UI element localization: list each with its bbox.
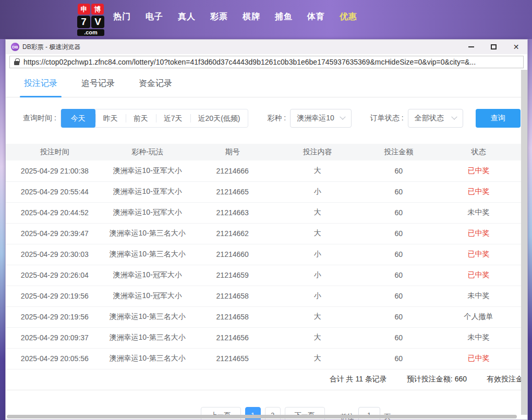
time-option-last-7-days[interactable]: 近7天 xyxy=(156,109,190,127)
table-row[interactable]: 2025-04-29 20:09:37澳洲幸运10-第三名大小21214656大… xyxy=(6,327,521,348)
table-row[interactable]: 2025-04-29 20:05:56澳洲幸运10-第三名大小21214655大… xyxy=(6,348,521,369)
vertical-scrollbar[interactable] xyxy=(521,70,527,415)
cell-amount: 60 xyxy=(361,244,436,265)
tab-bet-records[interactable]: 投注记录 xyxy=(24,78,57,97)
chevron-down-icon xyxy=(340,114,345,120)
page-content: 投注记录 追号记录 资金记录 查询时间 : 今天 昨天 前天 近7天 近20天(… xyxy=(6,70,527,419)
table-row[interactable]: 2025-04-29 20:44:52澳洲幸运10-冠军大小21214663大6… xyxy=(6,202,521,223)
total-records-text: 合计 共 11 条记录 xyxy=(330,375,387,384)
cell-game: 澳洲幸运10-第三名大小 xyxy=(104,348,191,369)
logo-domain: .com xyxy=(77,29,104,36)
tab-chase-records[interactable]: 追号记录 xyxy=(81,78,115,97)
chevron-down-icon xyxy=(451,114,457,120)
cell-amount: 60 xyxy=(361,327,436,348)
col-content: 投注内容 xyxy=(274,144,361,160)
nav-item-live[interactable]: 真人 xyxy=(178,11,196,22)
cell-time: 2025-04-29 20:05:56 xyxy=(6,348,104,369)
nav-item-promo[interactable]: 优惠 xyxy=(340,11,357,22)
cell-issue: 21214666 xyxy=(191,160,274,181)
table-row[interactable]: 2025-04-29 20:26:04澳洲幸运10-冠军大小21214659小6… xyxy=(6,265,521,286)
site-header: 申 博 7 V .com 热门 电子 真人 彩票 棋牌 捕鱼 体育 优惠 xyxy=(0,0,532,39)
time-option-last-20-days[interactable]: 近20天(低频) xyxy=(190,109,248,127)
browser-window: DB DB彩票 - 极速浏览器 https://ctop02pchwp1.zfn… xyxy=(5,39,528,420)
cell-game: 澳洲幸运10-亚军大小 xyxy=(104,160,191,181)
time-filter-label: 查询时间 : xyxy=(23,114,56,123)
cell-issue: 21214658 xyxy=(191,286,274,306)
cell-amount: 60 xyxy=(361,286,436,306)
nav-item-lottery[interactable]: 彩票 xyxy=(210,11,228,22)
status-badge: 已中奖 xyxy=(436,223,521,244)
valid-amount-text: 有效投注金额 xyxy=(487,375,521,384)
cell-time: 2025-04-29 20:55:44 xyxy=(6,181,104,202)
record-tabs: 投注记录 追号记录 资金记录 xyxy=(6,70,521,97)
filter-bar: 查询时间 : 今天 昨天 前天 近7天 近20天(低频) 彩种 : 澳洲幸运10… xyxy=(6,97,521,138)
cell-issue: 21214658 xyxy=(191,306,274,327)
cell-content: 大 xyxy=(274,160,361,181)
cell-issue: 21214662 xyxy=(191,223,274,244)
table-header-row: 投注时间 彩种-玩法 期号 投注内容 投注金额 状态 xyxy=(6,144,521,160)
cell-amount: 60 xyxy=(361,223,436,244)
cell-content: 小 xyxy=(274,181,361,202)
window-titlebar[interactable]: DB DB彩票 - 极速浏览器 xyxy=(6,40,527,54)
time-option-yesterday[interactable]: 昨天 xyxy=(95,109,126,127)
table-row[interactable]: 2025-04-29 20:55:44澳洲幸运10-亚军大小21214665小6… xyxy=(6,181,521,202)
cell-game: 澳洲幸运10-第三名大小 xyxy=(104,244,191,265)
order-status-select[interactable]: 全部状态 xyxy=(408,109,463,128)
status-badge: 已中奖 xyxy=(436,181,521,202)
nav-item-sports[interactable]: 体育 xyxy=(307,11,325,22)
lottery-select[interactable]: 澳洲幸运10 xyxy=(290,109,352,128)
table-row[interactable]: 2025-04-29 21:00:38澳洲幸运10-亚军大小21214666大6… xyxy=(6,160,521,181)
cell-issue: 21214663 xyxy=(191,202,274,223)
cell-issue: 21214656 xyxy=(191,327,274,348)
close-icon[interactable] xyxy=(505,40,527,54)
lottery-filter-label: 彩种 : xyxy=(267,114,286,123)
table-row[interactable]: 2025-04-29 20:19:56澳洲幸运10-冠军大小21214658小6… xyxy=(6,286,521,306)
nav-item-slots[interactable]: 电子 xyxy=(146,11,163,22)
bet-records-table: 投注时间 彩种-玩法 期号 投注内容 投注金额 状态 2025-04-29 21… xyxy=(6,144,521,369)
time-option-today[interactable]: 今天 xyxy=(61,109,95,128)
maximize-icon[interactable] xyxy=(482,40,505,54)
cell-time: 2025-04-29 20:26:04 xyxy=(6,265,104,286)
status-badge: 已中奖 xyxy=(436,265,521,286)
logo-tile: 7 xyxy=(77,16,90,28)
table-row[interactable]: 2025-04-29 20:30:03澳洲幸运10-第三名大小21214660小… xyxy=(6,244,521,265)
status-badge: 未中奖 xyxy=(436,327,521,348)
time-option-day-before[interactable]: 前天 xyxy=(126,109,156,127)
table-row[interactable]: 2025-04-29 20:39:47澳洲幸运10-第三名大小21214662大… xyxy=(6,223,521,244)
cell-content: 大 xyxy=(274,348,361,369)
search-button[interactable]: 查询 xyxy=(476,109,521,128)
minimize-icon[interactable] xyxy=(460,40,482,54)
order-status-value: 全部状态 xyxy=(415,114,444,123)
nav-item-cards[interactable]: 棋牌 xyxy=(243,11,260,22)
cell-amount: 60 xyxy=(361,306,436,327)
window-controls xyxy=(460,40,527,54)
table-row[interactable]: 2025-04-29 20:19:56澳洲幸运10-第三名大小21214658大… xyxy=(6,306,521,327)
nav-item-hot[interactable]: 热门 xyxy=(113,11,131,22)
status-badge: 未中奖 xyxy=(436,286,521,306)
horizontal-scrollbar[interactable] xyxy=(7,415,517,418)
cell-game: 澳洲幸运10-亚军大小 xyxy=(104,181,191,202)
status-badge: 个人撤单 xyxy=(436,306,521,327)
address-input[interactable]: https://ctop02pchwp1.zfnc84.com/lottery/… xyxy=(9,56,524,68)
site-logo[interactable]: 申 博 7 V .com xyxy=(76,4,105,36)
url-text: https://ctop02pchwp1.zfnc84.com/lottery/… xyxy=(23,58,476,66)
cell-issue: 21214665 xyxy=(191,181,274,202)
nav-item-fishing[interactable]: 捕鱼 xyxy=(275,11,293,22)
cell-amount: 60 xyxy=(361,348,436,369)
cell-content: 大 xyxy=(274,202,361,223)
cell-game: 澳洲幸运10-第三名大小 xyxy=(104,223,191,244)
url-bar: https://ctop02pchwp1.zfnc84.com/lottery/… xyxy=(6,54,527,70)
status-badge: 已中奖 xyxy=(436,160,521,181)
status-badge: 未中奖 xyxy=(436,202,521,223)
cell-amount: 60 xyxy=(361,181,436,202)
logo-tile: V xyxy=(91,16,104,28)
time-filter-group: 今天 昨天 前天 近7天 近20天(低频) xyxy=(61,109,249,128)
cell-game: 澳洲幸运10-冠军大小 xyxy=(104,265,191,286)
logo-tile: 申 xyxy=(78,4,90,15)
summary-bar: 合计 共 11 条记录 预计投注金额: 660 有效投注金额 xyxy=(6,369,521,390)
tab-fund-records[interactable]: 资金记录 xyxy=(139,78,172,97)
cell-amount: 60 xyxy=(361,265,436,286)
main-nav: 热门 电子 真人 彩票 棋牌 捕鱼 体育 优惠 xyxy=(113,11,357,22)
cell-game: 澳洲幸运10-冠军大小 xyxy=(104,286,191,306)
logo-tile: 博 xyxy=(91,4,104,15)
